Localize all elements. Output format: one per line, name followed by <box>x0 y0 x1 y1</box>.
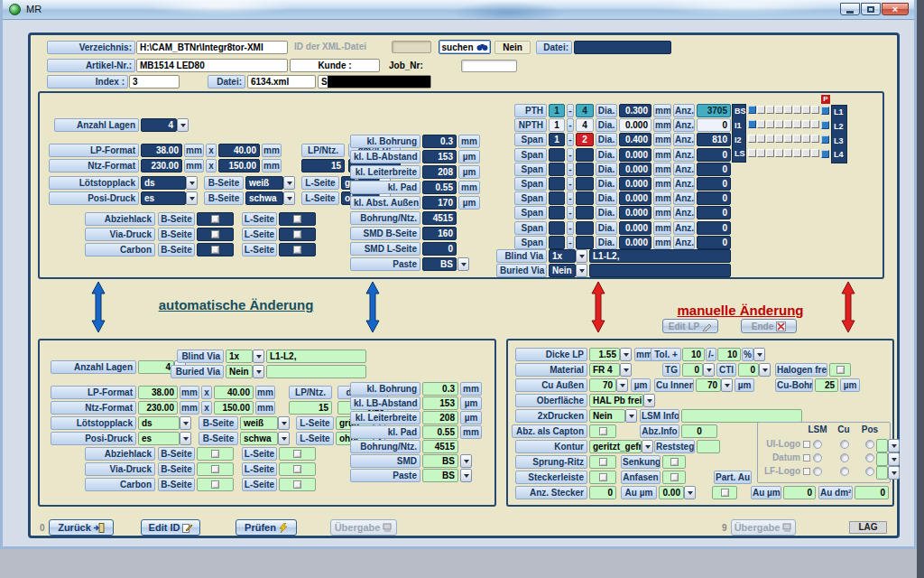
drill-to-value[interactable] <box>576 148 594 162</box>
layer-grid-checkbox[interactable] <box>775 120 783 128</box>
drill-anz-value[interactable]: 0 <box>697 191 731 205</box>
maximize-button[interactable] <box>861 3 881 15</box>
drill-to-value[interactable] <box>576 191 594 205</box>
drill-dia-value[interactable]: 0.300 <box>619 104 651 117</box>
chevron-down-icon[interactable] <box>460 469 472 482</box>
blind-via-value[interactable]: 1x <box>226 350 253 363</box>
ntz-format-width[interactable]: 230.00 <box>141 159 182 172</box>
senkung-checkbox[interactable] <box>662 455 686 469</box>
drill-dia-value[interactable]: 0.000 <box>619 148 651 162</box>
chevron-down-icon[interactable] <box>278 432 290 445</box>
anfasen-checkbox[interactable] <box>662 471 686 484</box>
datei2-value[interactable]: 6134.xml <box>247 75 316 89</box>
logo-select-value[interactable] <box>876 452 888 466</box>
posi-druck-value[interactable]: es <box>141 191 186 205</box>
2xdrucken-value[interactable]: Nein <box>589 409 625 423</box>
field-value[interactable]: 0.3 <box>422 135 457 148</box>
anzahl-lagen-value[interactable]: 4 <box>138 360 174 374</box>
buried-via-value[interactable]: Nein <box>226 365 253 378</box>
halogen-frei-checkbox[interactable] <box>829 363 851 377</box>
chevron-down-icon[interactable] <box>642 440 653 453</box>
layer-grid-checkbox[interactable] <box>793 149 801 157</box>
layer-grid-checkbox[interactable] <box>784 149 792 157</box>
drill-from-value[interactable] <box>549 163 565 176</box>
pruefen-button[interactable]: Prüfen <box>236 519 297 536</box>
layer-grid-checkbox[interactable] <box>766 149 774 157</box>
loetstopplack-b-value[interactable]: weiß <box>245 176 283 190</box>
au-checkbox[interactable] <box>712 486 737 499</box>
chevron-down-icon[interactable] <box>576 264 587 277</box>
drill-from-value[interactable] <box>549 236 565 249</box>
layer-grid-checkbox[interactable] <box>811 120 819 128</box>
minimize-button[interactable] <box>840 3 860 15</box>
b-seite-checkbox[interactable] <box>197 228 234 241</box>
logo-checkbox[interactable] <box>803 454 810 461</box>
layer-grid-checkbox[interactable] <box>766 106 774 114</box>
layer-grid-checkbox[interactable] <box>793 135 801 143</box>
layer-grid-checkbox[interactable] <box>811 135 819 143</box>
blind-via-value[interactable]: 1x <box>549 249 576 263</box>
chevron-down-icon[interactable] <box>177 118 189 132</box>
ntz-format-height[interactable]: 150.00 <box>218 159 260 172</box>
anzahl-lagen-value[interactable]: 4 <box>141 118 177 132</box>
layer-grid-checkbox[interactable] <box>775 106 783 114</box>
blind-via-detail[interactable]: L1-L2, <box>266 350 366 363</box>
loetstopplack-value[interactable]: ds <box>138 416 180 430</box>
layer-grid-checkbox[interactable] <box>757 135 765 143</box>
field-value[interactable]: 208 <box>422 165 457 179</box>
suchen-button[interactable]: suchen <box>439 40 491 54</box>
b-seite-checkbox[interactable] <box>197 212 234 226</box>
chevron-down-icon[interactable] <box>186 191 198 205</box>
field-value[interactable]: 0.3 <box>422 382 458 396</box>
drill-to-value[interactable]: 2 <box>576 133 594 146</box>
layer-grid-checkbox[interactable] <box>748 149 756 157</box>
zurueck-button[interactable]: Zurück <box>49 519 114 536</box>
posi-druck-value[interactable]: es <box>138 432 180 445</box>
drill-dia-value[interactable]: 0.000 <box>619 221 651 235</box>
radio-button[interactable] <box>840 440 849 449</box>
l-layer-checkbox[interactable] <box>821 107 829 115</box>
buried-via-detail[interactable] <box>589 264 731 277</box>
lp-format-height[interactable]: 40.00 <box>218 144 260 157</box>
logo-checkbox[interactable] <box>803 441 810 448</box>
drill-to-value[interactable] <box>576 221 594 235</box>
drill-anz-value[interactable]: 0 <box>697 221 731 235</box>
tol-plus-value[interactable]: 10 <box>682 348 705 361</box>
chevron-down-icon[interactable] <box>253 350 264 363</box>
artikel-nr-value[interactable]: MB1514 LED80 <box>136 59 288 72</box>
drill-anz-value[interactable]: 0 <box>697 148 731 162</box>
drill-from-value[interactable]: 1 <box>549 104 565 117</box>
chevron-down-icon[interactable] <box>888 452 900 466</box>
l-seite-checkbox[interactable] <box>279 243 316 256</box>
chevron-down-icon[interactable] <box>180 416 191 430</box>
layer-grid-checkbox[interactable] <box>757 120 765 128</box>
chevron-down-icon[interactable] <box>753 348 765 361</box>
drill-from-value[interactable] <box>549 191 565 205</box>
drill-dia-value[interactable]: 0.000 <box>619 206 651 219</box>
l-layer-checkbox[interactable] <box>821 135 829 144</box>
l-seite-checkbox[interactable] <box>279 462 316 476</box>
sprung-ritz-checkbox[interactable] <box>589 455 616 469</box>
drill-dia-value[interactable]: 0.000 <box>619 118 651 132</box>
titlebar[interactable]: MR × <box>3 0 914 20</box>
field-value[interactable]: 208 <box>422 411 458 424</box>
drill-to-value[interactable] <box>576 236 594 249</box>
field-value[interactable]: 4515 <box>422 211 457 225</box>
drill-anz-value[interactable]: 0 <box>697 118 731 132</box>
posi-druck-b-value[interactable]: schwa <box>240 432 278 445</box>
lp-format-height[interactable]: 40.00 <box>214 386 254 399</box>
uebergabe-button-right[interactable]: Übergabe <box>731 519 796 536</box>
l-seite-checkbox[interactable] <box>279 478 316 491</box>
drill-from-value[interactable]: 1 <box>549 118 565 132</box>
chevron-down-icon[interactable] <box>457 257 469 271</box>
layer-grid-checkbox[interactable] <box>766 135 774 143</box>
drill-from-value[interactable] <box>549 206 565 219</box>
radio-button[interactable] <box>813 440 822 449</box>
ntz-format-height[interactable]: 150.00 <box>214 401 254 415</box>
radio-button[interactable] <box>865 467 874 476</box>
radio-button[interactable] <box>865 453 874 462</box>
lsm-info-value[interactable] <box>681 409 802 423</box>
radio-button[interactable] <box>865 440 874 449</box>
buried-via-detail[interactable] <box>266 365 366 378</box>
drill-to-value[interactable]: 4 <box>576 104 594 117</box>
